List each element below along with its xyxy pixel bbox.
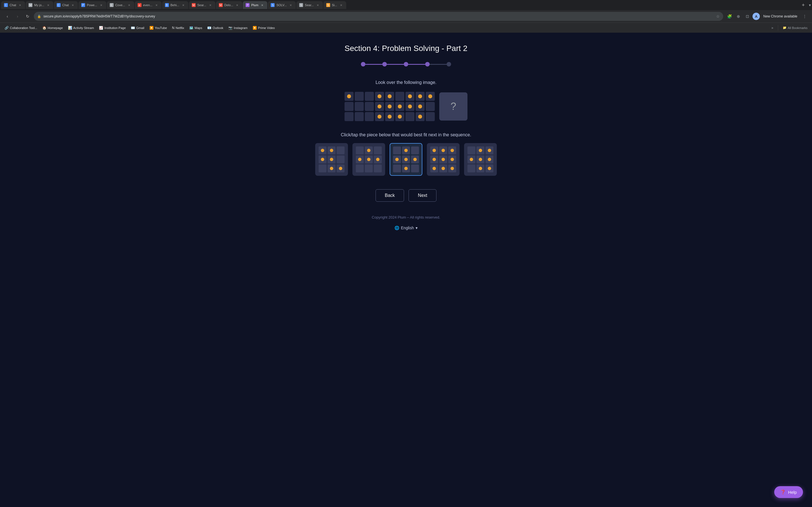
bookmark-item[interactable]: ▶️Prime Video	[250, 25, 277, 31]
matrix-cell-0-2	[365, 92, 374, 101]
profile-button[interactable]: A	[753, 13, 760, 20]
chrome-menu-button[interactable]: ⋮	[801, 12, 809, 20]
tab-bar: C Chat ✕ M My jo... ✕ C Chat ✕ P Powe...…	[0, 0, 812, 10]
matrix-dot	[347, 94, 351, 98]
progress-line-1	[365, 64, 382, 65]
back-nav-button[interactable]: ‹	[3, 12, 11, 20]
browser-tab-t6[interactable]: e even... ✕	[135, 1, 161, 9]
tab-close-button[interactable]: ✕	[289, 3, 293, 7]
progress-step-3	[404, 62, 408, 66]
tab-overflow-button[interactable]: ▾	[809, 3, 811, 7]
language-selector[interactable]: 🌐 English ▾	[391, 224, 421, 232]
next-button[interactable]: Next	[409, 189, 437, 202]
answer-dot	[339, 167, 342, 170]
matrix-dot	[398, 105, 402, 108]
ans-cell-a2-2-1	[365, 165, 373, 172]
answer-dot	[395, 158, 399, 161]
back-button[interactable]: Back	[375, 189, 404, 202]
new-chrome-button[interactable]: New Chrome available	[761, 13, 800, 19]
bookmark-label: Maps	[195, 26, 202, 30]
tab-favicon: e	[138, 3, 142, 7]
bookmark-icon: N	[172, 26, 174, 30]
extension-icon-1[interactable]: ⊕	[734, 12, 742, 20]
tab-close-button[interactable]: ✕	[70, 3, 75, 7]
browser-tab-t11[interactable]: S SOLV... ✕	[268, 1, 296, 9]
ans-cell-a4-2-1	[439, 165, 447, 172]
ans-cell-a3-1-0	[393, 156, 401, 163]
tab-close-button[interactable]: ✕	[127, 3, 132, 7]
tab-close-button[interactable]: ✕	[339, 3, 343, 7]
bookmark-item[interactable]: 📧Outlook	[205, 25, 225, 31]
tab-close-button[interactable]: ✕	[99, 3, 103, 7]
bookmarks-more-button[interactable]: »	[769, 25, 776, 31]
browser-tab-t12[interactable]: S Sear... ✕	[296, 1, 323, 9]
answer-option-a1[interactable]	[315, 143, 348, 176]
bookmark-icon: ▶️	[253, 26, 257, 30]
tab-close-button[interactable]: ✕	[315, 3, 320, 7]
progress-step-2	[382, 62, 387, 66]
answer-dot	[479, 158, 482, 161]
bookmark-item[interactable]: ▶️YouTube	[147, 25, 169, 31]
ans-cell-a4-1-1	[439, 156, 447, 163]
bookmark-item[interactable]: 🔗Collaboration Tool...	[2, 25, 40, 31]
bookmark-item[interactable]: ✉️Gmail	[129, 25, 147, 31]
bookmark-item[interactable]: NNetflix	[170, 25, 186, 31]
tab-close-button[interactable]: ✕	[208, 3, 213, 7]
tab-close-button[interactable]: ✕	[235, 3, 239, 7]
new-tab-button[interactable]: +	[799, 1, 807, 9]
answer-option-a2[interactable]	[352, 143, 385, 176]
help-label: Help	[788, 490, 797, 495]
browser-tab-t8[interactable]: M Sear... ✕	[189, 1, 215, 9]
extension-icon-2[interactable]: ⊡	[744, 12, 751, 20]
bookmark-item[interactable]: 📊Activity Stream	[66, 25, 96, 31]
bookmark-star-icon[interactable]: ☆	[716, 14, 720, 18]
answer-option-a4[interactable]	[427, 143, 460, 176]
address-bar[interactable]: 🔒 secure.plum.io/en/apply/b7B5PRW7kk8H5W…	[34, 12, 723, 21]
globe-icon: 🌐	[395, 226, 399, 230]
matrix-cell-2-4	[385, 112, 394, 121]
extensions-button[interactable]: 🧩	[725, 12, 733, 20]
tab-close-button[interactable]: ✕	[181, 3, 186, 7]
tab-close-button[interactable]: ✕	[18, 3, 22, 7]
browser-tab-t5[interactable]: E Cove... ✕	[107, 1, 134, 9]
browser-tab-t3[interactable]: C Chat ✕	[54, 1, 78, 9]
bookmark-item[interactable]: 📈Institution Page	[97, 25, 128, 31]
answer-options	[315, 143, 497, 176]
tab-close-button[interactable]: ✕	[46, 3, 50, 7]
browser-tab-t1[interactable]: C Chat ✕	[1, 1, 25, 9]
bookmarks-bar: 🔗Collaboration Tool...🏠Homepage📊Activity…	[0, 22, 812, 33]
bookmark-label: Prime Video	[258, 26, 275, 30]
bookmark-item[interactable]: 🏠Homepage	[40, 25, 65, 31]
browser-tab-t4[interactable]: P Powe... ✕	[79, 1, 106, 9]
answer-dot	[404, 167, 408, 170]
bookmark-item[interactable]: 📷Instagram	[226, 25, 250, 31]
help-button[interactable]: ❓ Help	[774, 486, 803, 498]
browser-tab-t9[interactable]: M Delo... ✕	[216, 1, 243, 9]
reload-button[interactable]: ↻	[24, 12, 32, 20]
bookmark-item[interactable]: 🗺️Maps	[187, 25, 204, 31]
matrix-cell-2-0	[345, 112, 354, 121]
browser-tab-t13[interactable]: S Si... ✕	[323, 1, 346, 9]
answer-dot	[451, 149, 454, 152]
tab-label: Cove...	[115, 3, 125, 7]
ans-cell-a2-1-2	[374, 156, 382, 163]
browser-tab-t7[interactable]: B Behi... ✕	[162, 1, 188, 9]
matrix-cell-0-0	[345, 92, 354, 101]
tab-close-button[interactable]: ✕	[154, 3, 159, 7]
answer-option-a3[interactable]	[390, 143, 422, 176]
ans-cell-a5-0-1	[476, 147, 485, 154]
matrix-cell-1-1	[355, 102, 364, 111]
forward-nav-button[interactable]: ›	[13, 12, 21, 20]
tab-close-button[interactable]: ✕	[260, 3, 264, 7]
browser-tab-t2[interactable]: M My jo... ✕	[26, 1, 53, 9]
progress-line-3	[408, 64, 425, 65]
tab-favicon: M	[192, 3, 196, 7]
progress-indicator	[361, 62, 451, 66]
browser-tab-t10[interactable]: P Plum ✕	[243, 1, 267, 9]
matrix-cell-1-3	[375, 102, 384, 111]
answer-option-a5[interactable]	[464, 143, 497, 176]
ans-cell-a2-0-1	[365, 147, 373, 154]
all-bookmarks-button[interactable]: 📁 All Bookmarks	[780, 25, 810, 31]
ans-cell-a1-0-1	[327, 147, 336, 154]
matrix-cell-1-8	[426, 102, 435, 111]
